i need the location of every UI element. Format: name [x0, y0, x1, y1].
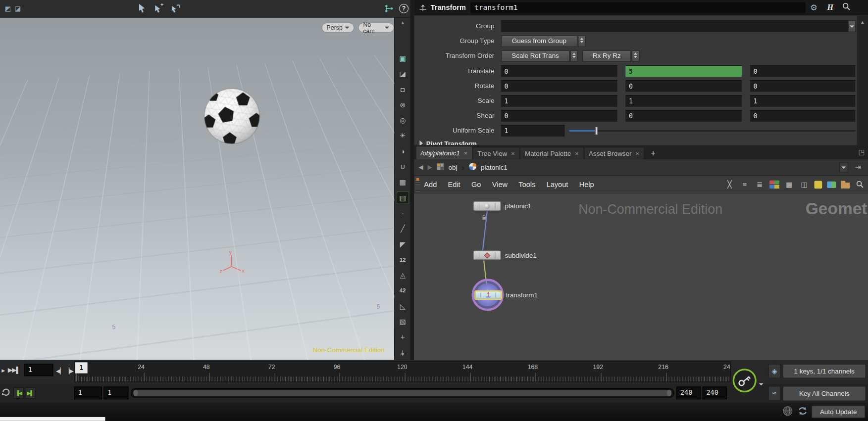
menu-help[interactable]: Help — [579, 180, 594, 188]
node-body[interactable] — [474, 290, 502, 300]
play-indicator-icon[interactable]: ▶ — [1, 369, 4, 374]
viewport[interactable]: y x z Persp No cam 5 5 Non-Commercial Ed… — [0, 18, 394, 360]
recook-icon[interactable] — [797, 406, 808, 419]
scale-x-field[interactable]: 1 — [501, 95, 617, 106]
lock-handle-icon[interactable]: ◘ — [396, 83, 409, 96]
orient-axis-icon[interactable]: ⊥ — [396, 346, 409, 359]
tab-close-icon[interactable]: × — [511, 150, 515, 157]
color-sample-icon[interactable]: ◤ — [396, 238, 409, 251]
path-context-label[interactable]: obj — [448, 163, 457, 171]
slider-handle[interactable] — [595, 127, 598, 135]
rotate-z-field[interactable]: 0 — [750, 80, 855, 92]
jump-start-button[interactable]: ▐◀ — [13, 387, 24, 399]
step-forward-icon[interactable]: ▕▶ — [65, 367, 73, 374]
pane-tabs-icon[interactable]: ◫ — [799, 180, 809, 189]
set-key-button[interactable] — [732, 368, 757, 395]
current-frame-field[interactable]: 1 — [24, 364, 53, 376]
pin-path-icon[interactable]: ⇥ — [853, 163, 864, 172]
back-icon[interactable]: ◀ — [418, 164, 423, 171]
swatch-grid-icon[interactable]: ▦ — [784, 180, 794, 189]
step-back-icon[interactable]: ◀▏ — [56, 367, 64, 374]
menu-go[interactable]: Go — [471, 180, 481, 188]
keys-summary-button[interactable]: 1 keys, 1/1 channels — [783, 364, 866, 378]
play-to-end-icon[interactable]: ▶▶▌ — [8, 367, 20, 374]
network-search-icon[interactable] — [855, 180, 865, 189]
display-shaded-icon[interactable]: ▤ — [396, 191, 409, 204]
range-start-field[interactable]: 1 — [74, 386, 102, 399]
group-dropdown-icon[interactable] — [848, 20, 856, 32]
menu-tools[interactable]: Tools — [518, 180, 535, 188]
auto-update-button[interactable]: Auto Update — [812, 405, 865, 418]
shear-z-field[interactable]: 0 — [750, 110, 855, 121]
sticky-note-icon[interactable] — [815, 181, 822, 188]
playhead-marker[interactable]: 1 — [75, 362, 88, 373]
rotate-y-field[interactable]: 0 — [625, 80, 742, 92]
shading-mode-icon[interactable]: ◑ — [396, 145, 409, 158]
translate-z-field[interactable]: 0 — [750, 65, 855, 77]
tools-icon[interactable]: ╳ — [724, 180, 734, 189]
scroll-up-icon[interactable]: ▴ — [861, 19, 864, 25]
folder-icon[interactable] — [841, 182, 850, 188]
gear-icon[interactable]: ⚙ — [808, 2, 819, 13]
key-options-caret-icon[interactable] — [759, 378, 764, 388]
pivot-transform-section[interactable]: Pivot Transform — [414, 138, 647, 144]
split-pane-icon[interactable]: ◳ — [859, 148, 865, 156]
tab-close-icon[interactable]: × — [635, 150, 639, 157]
group-field[interactable] — [501, 20, 848, 32]
scale-z-field[interactable]: 1 — [750, 95, 855, 106]
uniform-scale-field[interactable]: 1 — [501, 125, 565, 137]
tab-close-icon[interactable]: × — [575, 150, 579, 157]
range-end-sub-field[interactable]: 240 — [703, 386, 727, 399]
color-palette-icon[interactable] — [769, 180, 779, 189]
brush-tool-icon[interactable]: ╱ — [396, 222, 409, 235]
animation-options-icon[interactable]: ◈ — [768, 364, 781, 378]
frame-range-bar[interactable] — [133, 390, 671, 396]
shear-y-field[interactable]: 0 — [625, 110, 742, 121]
viewport-pin-icon[interactable]: ◪ — [13, 4, 22, 13]
new-tab-button[interactable]: + — [648, 148, 658, 158]
measure-tool-icon[interactable]: ◺ — [396, 300, 409, 313]
translate-tool-icon[interactable] — [154, 3, 165, 14]
rotate-order-dropdown[interactable]: Rx Ry Rz — [582, 50, 631, 62]
channel-editor-icon[interactable]: ≈ — [768, 386, 781, 400]
list-small-icon[interactable]: ≡ — [740, 180, 750, 189]
range-start-sub-field[interactable]: 1 — [103, 386, 128, 399]
param-scrollbar[interactable]: ▴ — [857, 15, 868, 145]
pane-maximize-icon[interactable]: ▣ — [396, 52, 409, 65]
node-transform1[interactable]: transform1 — [474, 290, 596, 304]
menu-add[interactable]: Add — [424, 180, 437, 188]
loop-mode-icon[interactable] — [1, 387, 11, 400]
help-icon[interactable]: ? — [399, 4, 408, 13]
transform-order-dropdown[interactable]: Scale Rot Trans — [501, 50, 570, 62]
group-type-spinner[interactable] — [578, 36, 586, 47]
node-body[interactable] — [473, 201, 501, 211]
camera-menu-button[interactable]: No cam — [358, 23, 394, 33]
node-platonic1[interactable]: platonic1 — [473, 201, 595, 215]
cancel-cook-icon[interactable]: ⊗ — [396, 98, 409, 111]
cache-globe-icon[interactable] — [783, 406, 793, 419]
menu-layout[interactable]: Layout — [547, 180, 568, 188]
tab-asset-browser[interactable]: Asset Browser × — [584, 148, 644, 159]
forward-icon[interactable]: ▶ — [428, 164, 432, 171]
node-subdivide1[interactable]: subdivide1 — [473, 250, 595, 264]
search-icon[interactable] — [840, 2, 851, 13]
vertex-numbers-icon[interactable]: 42 — [396, 284, 409, 297]
uniform-scale-slider[interactable] — [569, 125, 855, 137]
node-body[interactable] — [473, 250, 501, 260]
scale-y-field[interactable]: 1 — [625, 95, 742, 106]
isolate-selection-icon[interactable]: ◪ — [396, 67, 409, 80]
group-type-dropdown[interactable]: Guess from Group — [501, 36, 577, 47]
display-points-icon[interactable]: ∙ — [396, 207, 409, 220]
rotate-x-field[interactable]: 0 — [501, 80, 617, 92]
frame-range-slider[interactable] — [131, 388, 674, 398]
jump-end-button[interactable]: ▶▌ — [25, 387, 35, 399]
view-menu-button[interactable]: Persp — [322, 23, 355, 33]
network-editor[interactable]: Non-Commercial Edition Geometr platonic1… — [414, 193, 868, 360]
shear-x-field[interactable]: 0 — [501, 110, 617, 121]
node-name-field[interactable]: transform1 — [470, 2, 805, 13]
rotate-order-spinner[interactable] — [632, 50, 640, 62]
pane-divider[interactable] — [410, 0, 414, 360]
range-end-field[interactable]: 240 — [676, 386, 701, 399]
menu-view[interactable]: View — [492, 180, 508, 188]
pane-link-icon[interactable] — [384, 4, 394, 15]
